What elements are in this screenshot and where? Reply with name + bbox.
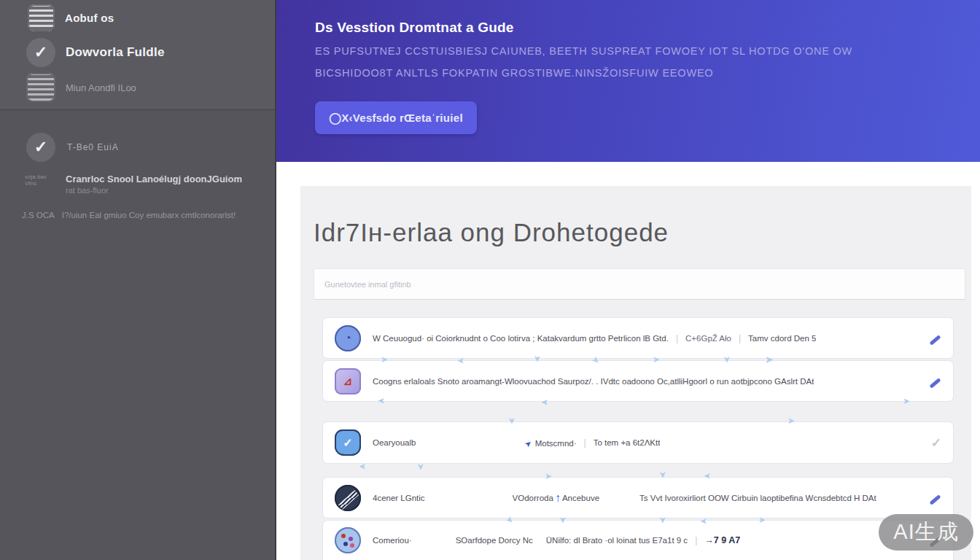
arrow-icon: ➤ bbox=[758, 516, 766, 524]
list-item[interactable]: ✓ Oearyoualb ➤Motscmnd· | To tem +a 6t2Λ… bbox=[322, 421, 954, 464]
checkmark-circle-icon: ✓ bbox=[26, 38, 55, 67]
search-input[interactable] bbox=[314, 269, 965, 299]
arrow-icon: ➤ bbox=[533, 355, 542, 362]
sidebar-item-note[interactable]: J.S OCA I?/uiun Eal gmiuo Coy emubarx cm… bbox=[22, 211, 236, 219]
arrow-icon: ➤ bbox=[788, 416, 795, 425]
page-header: Ds Vesstion Dromtnat a Gude ES PUFSUTNEJ… bbox=[276, 0, 980, 162]
list-lines-icon bbox=[28, 4, 55, 31]
row-text: Motscmnd· bbox=[535, 439, 577, 448]
sidebar-item-eula[interactable]: ✓ T-Be0 EuiA bbox=[26, 133, 119, 162]
arrow-icon: ➤ bbox=[723, 356, 731, 363]
sidebar-item-label: Dowvorla Fuldle bbox=[66, 45, 165, 60]
separator: | bbox=[695, 535, 697, 545]
sidebar-item-download[interactable]: ✓ Dowvorla Fuldle bbox=[26, 38, 165, 67]
checkmark-circle-icon: ✓ bbox=[26, 133, 55, 162]
gray-check-icon[interactable]: ✓ bbox=[931, 435, 941, 451]
arrow-icon: ➤ bbox=[457, 357, 464, 365]
up-arrow-icon: ↑ bbox=[555, 491, 561, 505]
sidebar-note-label: I?/uiun Eal gmiuo Coy emubarx cmtlconora… bbox=[62, 211, 236, 219]
sidebar-item-guide[interactable]: voja bav Vfns Cranrloc Snool Lanoélugj d… bbox=[25, 174, 242, 195]
arrow-icon: ➤ bbox=[653, 355, 660, 364]
arrow-icon: ➤ bbox=[700, 517, 707, 526]
row-text-group: ➤Motscmnd· bbox=[525, 436, 576, 449]
arrow-icon: ➤ bbox=[903, 397, 910, 405]
app-window: Aobuf os ✓ Dowvorla Fuldle Miun Aondfi I… bbox=[0, 0, 980, 560]
arrow-icon: ➤ bbox=[545, 472, 552, 481]
row-text: Tamv cdord Den 5 bbox=[748, 334, 816, 343]
list-item[interactable]: ⊿ Coogns erlaloals Snoto aroamangt-Wloov… bbox=[322, 360, 954, 402]
sidebar-item-text: Cranrloc Snool Lanoélugj doonJGuiom rat … bbox=[66, 174, 242, 195]
sidebar-item-label: Miun Aondfi ILoo bbox=[66, 82, 136, 93]
list-item[interactable]: Comeriou· SOarfdope Dorcy Nc ŪNilfo: dl … bbox=[322, 520, 954, 560]
content-panel: Idr7Iʜ-erlaa ong Drohetogede ◔ W Ceuuogu… bbox=[300, 186, 971, 560]
cursor-mark-icon: ➤ bbox=[523, 438, 534, 450]
arrow-icon: ➤ bbox=[381, 355, 388, 364]
edit-pencil-icon[interactable] bbox=[929, 375, 941, 388]
separator: | bbox=[676, 333, 678, 343]
arrow-icon: ➤ bbox=[508, 417, 516, 424]
arrow-icon: ➤ bbox=[704, 472, 711, 481]
row-text: →7 9 A7 bbox=[704, 535, 740, 545]
page-title: Ds Vesstion Dromtnat a Gude bbox=[315, 20, 514, 36]
row-text: To tem +a 6t2ΛKtt bbox=[594, 438, 661, 447]
separator: | bbox=[584, 438, 586, 448]
pencil-dark-icon bbox=[335, 485, 361, 511]
row-text: VOdorroda bbox=[513, 494, 553, 502]
arrow-icon: ➤ bbox=[416, 463, 425, 470]
ai-generated-watermark: AI生成 bbox=[879, 514, 973, 551]
arrow-icon: ➤ bbox=[658, 516, 667, 524]
row-text: Ts Vvt Ivoroxirliort OOW Cirbuin laoptib… bbox=[639, 494, 876, 502]
row-text: SOarfdope Dorcy Nc bbox=[456, 536, 533, 545]
mini-badge-icon: voja bav Vfns bbox=[25, 174, 58, 187]
header-subtitle-line1: ES PUFSUTNEJ CCSTUISBIESJ CAIUNEB, BEETH… bbox=[315, 45, 852, 57]
row-text: Comeriou· bbox=[373, 536, 412, 545]
list-lines-icon bbox=[26, 73, 55, 102]
separator: | bbox=[739, 333, 741, 343]
section-heading: Idr7Iʜ-erlaa ong Drohetogede bbox=[314, 218, 669, 247]
sidebar: Aobuf os ✓ Dowvorla Fuldle Miun Aondfi I… bbox=[0, 0, 276, 560]
row-text: C+6GpŽ Ało bbox=[685, 334, 731, 343]
row-text: Oearyoualb bbox=[373, 438, 416, 447]
sidebar-item-manual[interactable]: Miun Aondfi ILoo bbox=[26, 73, 136, 102]
search-box bbox=[314, 268, 965, 300]
list-item[interactable]: 4cener LGntic VOdorroda ↑ Ancebuve Ts Vv… bbox=[322, 477, 954, 518]
version-detail-button[interactable]: ◯X‹Vesfsdo rŒetaˈriuiel bbox=[315, 101, 477, 134]
edit-pencil-icon[interactable] bbox=[929, 491, 941, 505]
row-text: 4cener LGntic bbox=[373, 494, 425, 502]
arrow-icon: ➤ bbox=[359, 462, 366, 471]
photo-icon: ⊿ bbox=[335, 368, 361, 394]
sidebar-item-label: Cranrloc Snool Lanoélugj doonJGuiom bbox=[66, 174, 242, 184]
sidebar-note-prefix: J.S OCA bbox=[22, 211, 55, 219]
sidebar-item-sublabel: rat bas-fluor bbox=[66, 186, 242, 195]
row-text: W Ceuuogud· oi Coiorknudnt o Coo lotirva… bbox=[373, 334, 669, 343]
arrow-icon: ➤ bbox=[658, 471, 667, 478]
shield-check-icon: ✓ bbox=[335, 429, 361, 456]
sidebar-item-label: Aobuf os bbox=[65, 12, 114, 24]
row-text: Coogns erlaloals Snoto aroamangt-Wloovua… bbox=[373, 377, 814, 386]
header-subtitle-line2: BICSHIDOO8T ANLTLS FOKPATIN GROSTIBWE.NI… bbox=[315, 67, 713, 79]
row-text: Ancebuve bbox=[562, 494, 599, 502]
arrow-icon: ➤ bbox=[541, 398, 548, 407]
beads-icon bbox=[335, 527, 361, 553]
arrow-icon: ➤ bbox=[559, 516, 567, 524]
globe-clock-icon: ◔ bbox=[335, 325, 361, 351]
row-text: ŪNilfo: dl Brato ·ol loinat tus E7a1t 9 … bbox=[546, 536, 688, 545]
arrow-icon: ➤ bbox=[765, 354, 774, 365]
list-item[interactable]: ◔ W Ceuuogud· oi Coiorknudnt o Coo lotir… bbox=[322, 317, 954, 359]
sidebar-item-label: T-Be0 EuiA bbox=[67, 142, 119, 152]
sidebar-item-about[interactable]: Aobuf os bbox=[28, 4, 114, 31]
arrow-icon: ➤ bbox=[378, 397, 385, 405]
edit-pencil-icon[interactable] bbox=[929, 332, 941, 345]
